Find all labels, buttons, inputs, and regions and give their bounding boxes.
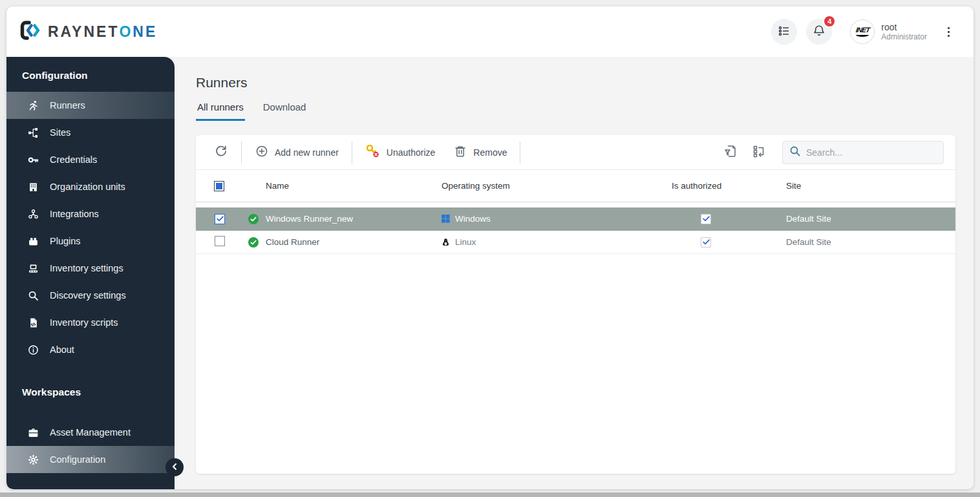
row-select-checkbox[interactable] xyxy=(215,236,225,246)
notifications-button[interactable]: 4 xyxy=(806,19,832,45)
trash-icon xyxy=(453,144,467,160)
column-chooser-button[interactable] xyxy=(745,140,773,165)
unauthorize-button[interactable]: Unauthorize xyxy=(359,140,442,165)
sidebar-nav-configuration: RunnersSitesCredentialsOrganization unit… xyxy=(6,92,175,363)
select-all-checkbox[interactable] xyxy=(214,181,224,191)
search-input[interactable] xyxy=(806,147,937,158)
sidebar-item-sites[interactable]: Sites xyxy=(6,119,175,146)
windows-icon xyxy=(442,215,450,223)
sidebar-nav-workspaces: Asset ManagementConfiguration xyxy=(6,419,175,473)
runner-name: Cloud Runner xyxy=(266,237,319,247)
authorized-checkbox[interactable] xyxy=(701,214,711,224)
sidebar-section-title: Configuration xyxy=(6,70,175,83)
user-menu[interactable]: INET root Administrator xyxy=(850,19,927,44)
filter-document-icon xyxy=(723,143,738,161)
user-role: Administrator xyxy=(881,32,927,41)
sidebar-item-label: About xyxy=(50,344,74,355)
plugin-icon xyxy=(28,236,39,247)
sidebar-item-label: Inventory settings xyxy=(50,263,123,273)
notification-badge: 4 xyxy=(823,15,836,28)
toolbar-separator xyxy=(241,142,242,164)
sidebar-item-label: Discovery settings xyxy=(50,290,126,301)
os-label: Linux xyxy=(455,237,476,247)
unauthorize-label: Unauthorize xyxy=(387,147,436,158)
sidebar-collapse-button[interactable] xyxy=(165,458,184,476)
sidebar-item-label: Inventory scripts xyxy=(50,317,118,328)
sidebar-item-plugins[interactable]: Plugins xyxy=(6,227,175,255)
user-name: root xyxy=(881,22,927,32)
search-box xyxy=(782,141,944,164)
tab-bar: All runners Download xyxy=(196,101,955,121)
tab-download[interactable]: Download xyxy=(262,101,308,121)
sidebar-item-label: Configuration xyxy=(50,454,105,465)
plus-circle-icon xyxy=(255,144,269,160)
linux-icon xyxy=(442,238,450,247)
sidebar-item-runners[interactable]: Runners xyxy=(6,92,175,119)
column-header-os[interactable]: Operating system xyxy=(435,181,661,191)
runner-icon xyxy=(28,100,39,111)
bottom-strip xyxy=(0,492,980,497)
body: Configuration RunnersSitesCredentialsOrg… xyxy=(6,57,974,489)
toolbar-separator xyxy=(352,142,352,164)
avatar: INET xyxy=(850,19,875,44)
briefcase-icon xyxy=(28,427,39,438)
column-header-site[interactable]: Site xyxy=(771,181,955,191)
tab-all-runners[interactable]: All runners xyxy=(196,101,245,121)
status-ok-icon xyxy=(248,237,259,248)
sidebar-item-integrations[interactable]: Integrations xyxy=(6,200,175,227)
runners-grid: Add new runner Unauthorize xyxy=(196,135,955,474)
site-label: Default Site xyxy=(771,237,955,247)
header-actions: 4 INET root Administrator xyxy=(771,19,957,45)
os-label: Windows xyxy=(455,214,491,224)
authorized-checkbox[interactable] xyxy=(701,237,711,248)
sidebar-item-inventory-settings[interactable]: Inventory settings xyxy=(6,255,175,282)
sidebar-item-discovery-settings[interactable]: Discovery settings xyxy=(6,282,175,309)
info-icon xyxy=(28,344,39,355)
grid-toolbar: Add new runner Unauthorize xyxy=(196,135,955,170)
table-row[interactable]: Cloud RunnerLinuxDefault Site xyxy=(196,231,955,254)
table-row[interactable]: Windows Runner_newWindowsDefault Site xyxy=(196,207,955,231)
sidebar-item-inventory-scripts[interactable]: Inventory scripts xyxy=(6,309,175,336)
sidebar-item-label: Runners xyxy=(50,100,85,111)
add-new-runner-button[interactable]: Add new runner xyxy=(248,140,345,164)
building-icon xyxy=(28,182,39,193)
column-header-name[interactable]: Name xyxy=(266,181,435,191)
chevron-left-icon xyxy=(171,463,178,472)
sidebar: Configuration RunnersSitesCredentialsOrg… xyxy=(6,57,175,489)
remove-button[interactable]: Remove xyxy=(447,140,513,164)
sidebar-item-credentials[interactable]: Credentials xyxy=(6,146,175,173)
add-new-runner-label: Add new runner xyxy=(275,147,339,158)
kebab-menu-button[interactable] xyxy=(940,19,957,45)
sidebar-item-label: Plugins xyxy=(50,236,81,246)
column-header-authorized[interactable]: Is authorized xyxy=(661,181,771,191)
toolbar-separator xyxy=(520,142,520,164)
sidebar-item-configuration[interactable]: Configuration xyxy=(6,446,175,473)
gear-icon xyxy=(28,454,39,465)
user-info: root Administrator xyxy=(881,22,927,41)
sidebar-item-asset-management[interactable]: Asset Management xyxy=(6,419,175,446)
sidebar-item-about[interactable]: About xyxy=(6,336,175,363)
sitemap-icon xyxy=(28,127,39,138)
sidebar-item-label: Organization units xyxy=(50,182,125,192)
task-list-button[interactable] xyxy=(771,19,797,45)
status-ok-icon xyxy=(248,213,259,225)
remove-label: Remove xyxy=(473,147,507,158)
logo-text: RAYNETONE xyxy=(48,23,157,41)
inventory-icon xyxy=(28,263,39,274)
refresh-button[interactable] xyxy=(208,140,235,164)
sidebar-item-label: Asset Management xyxy=(50,427,131,438)
key-unauthorize-icon xyxy=(365,143,381,161)
page-title: Runners xyxy=(196,75,955,90)
raynetone-logo-icon xyxy=(19,19,41,44)
filter-panel-button[interactable] xyxy=(716,140,745,165)
runner-name: Windows Runner_new xyxy=(266,214,353,224)
sidebar-item-label: Integrations xyxy=(50,209,99,219)
main-content: Runners All runners Download xyxy=(175,57,974,489)
row-select-checkbox[interactable] xyxy=(215,214,225,224)
table-body: Windows Runner_newWindowsDefault SiteClo… xyxy=(196,207,955,254)
key-icon xyxy=(28,154,39,165)
sidebar-item-organization-units[interactable]: Organization units xyxy=(6,173,175,200)
top-header: RAYNETONE 4 xyxy=(6,6,974,57)
magnifier-icon xyxy=(28,290,39,301)
task-list-icon xyxy=(777,24,791,40)
